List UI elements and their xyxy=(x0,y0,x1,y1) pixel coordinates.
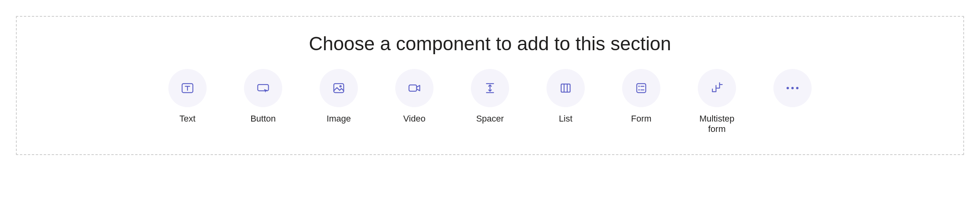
svg-point-3 xyxy=(340,86,341,87)
svg-point-14 xyxy=(638,89,640,90)
svg-rect-1 xyxy=(258,84,269,91)
component-label: Text xyxy=(180,114,195,124)
list-icon xyxy=(547,69,585,107)
svg-rect-4 xyxy=(409,85,417,91)
component-label: Spacer xyxy=(476,114,504,124)
image-icon xyxy=(320,69,358,107)
multistep-form-icon xyxy=(698,69,736,107)
add-spacer-component[interactable]: Spacer xyxy=(466,69,514,124)
component-label: List xyxy=(559,114,572,124)
add-multistep-form-component[interactable]: Multistep form xyxy=(693,69,741,134)
form-icon xyxy=(622,69,660,107)
more-components-button[interactable] xyxy=(769,69,816,114)
add-form-component[interactable]: Form xyxy=(617,69,665,124)
svg-rect-11 xyxy=(637,84,646,93)
add-video-component[interactable]: Video xyxy=(390,69,438,124)
component-label: Multistep form xyxy=(693,114,741,134)
add-text-component[interactable]: Text xyxy=(164,69,211,124)
component-picker: Text Button Image xyxy=(164,69,816,134)
add-image-component[interactable]: Image xyxy=(315,69,363,124)
section-placeholder: Choose a component to add to this sectio… xyxy=(16,16,964,155)
svg-rect-8 xyxy=(561,84,570,92)
svg-rect-2 xyxy=(334,84,344,93)
component-label: Form xyxy=(631,114,651,124)
component-label: Video xyxy=(403,114,426,124)
video-icon xyxy=(395,69,433,107)
component-label: Button xyxy=(250,114,276,124)
svg-point-12 xyxy=(638,86,640,87)
button-icon xyxy=(244,69,282,107)
add-button-component[interactable]: Button xyxy=(239,69,287,124)
component-label: Image xyxy=(326,114,351,124)
spacer-icon xyxy=(471,69,509,107)
text-icon xyxy=(168,69,207,107)
add-list-component[interactable]: List xyxy=(542,69,590,124)
section-heading: Choose a component to add to this sectio… xyxy=(309,33,671,55)
more-icon xyxy=(773,69,812,107)
